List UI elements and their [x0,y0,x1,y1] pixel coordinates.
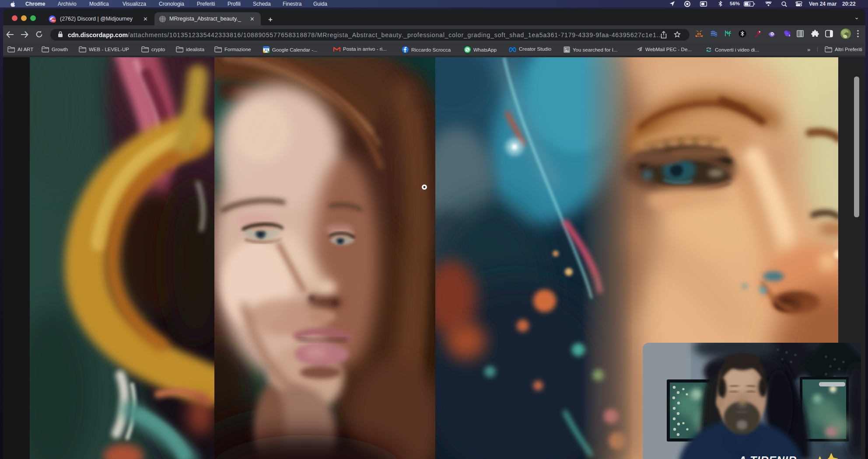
svg-text:A TIRENIR: A TIRENIR [738,454,797,459]
svg-text:31: 31 [265,49,268,52]
svg-text:2k+: 2k+ [52,19,56,22]
